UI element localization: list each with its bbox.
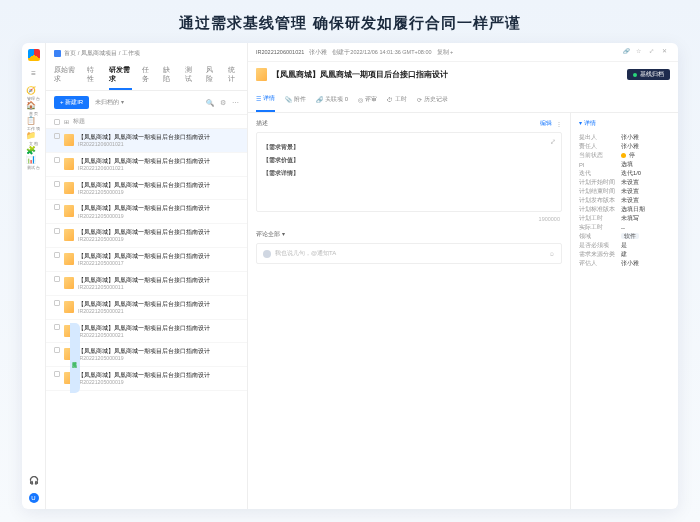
tab-2[interactable]: 研发需求	[109, 62, 132, 90]
list-item[interactable]: 【凤凰商城】凤凰商城一期项目后台接口指南设计IR20221206001021	[46, 153, 247, 177]
app-window: ≡ 🧭管理台🏠首页📋工作项📁文档🧩📊测试台 🎧 U 意见反馈可点击 首页 / 凤…	[22, 43, 678, 509]
field-row[interactable]: 领域软件	[579, 232, 670, 241]
row-checkbox[interactable]	[54, 324, 60, 330]
detail-tab-2[interactable]: 🔗 关联项 0	[316, 87, 348, 112]
emoji-icon[interactable]: ☺	[549, 251, 555, 257]
field-value: --	[621, 225, 625, 231]
field-row[interactable]: 提出人张小雅	[579, 133, 670, 142]
doc-icon	[64, 301, 74, 313]
row-id: IR20221206001021	[78, 141, 239, 148]
tab-0[interactable]: 原始需求	[54, 62, 77, 90]
outline-line: 【需求背景】	[263, 143, 555, 152]
rail-item-icon[interactable]: 📊	[26, 155, 35, 164]
field-row[interactable]: 当前状态停	[579, 151, 670, 160]
field-value: 未设置	[621, 178, 639, 187]
field-row[interactable]: 计划工时未填写	[579, 214, 670, 223]
detail-tab-1[interactable]: 📎 附件	[285, 87, 306, 112]
desc-body[interactable]: ⤢ 【需求背景】【需求价值】【需求详情】	[256, 132, 562, 212]
tab-6[interactable]: 风险	[206, 62, 218, 90]
expand-icon[interactable]: ⤢	[649, 48, 657, 56]
tab-4[interactable]: 缺陷	[163, 62, 175, 90]
feedback-pill[interactable]: 意见反馈可点击	[70, 323, 80, 393]
headset-icon[interactable]: 🎧	[29, 476, 38, 485]
comment-input[interactable]: 我也说几句，@通知TA ☺	[256, 243, 562, 264]
new-ir-button[interactable]: + 新建IR	[54, 96, 89, 109]
more-desc-icon[interactable]: ⋮	[556, 120, 562, 127]
menu-icon[interactable]: ≡	[29, 69, 38, 78]
tab-1[interactable]: 特性	[87, 62, 99, 90]
field-value: 张小雅	[621, 142, 639, 151]
field-row[interactable]: 计划开始时间未设置	[579, 178, 670, 187]
more-icon[interactable]: ⋯	[232, 99, 239, 107]
list-item[interactable]: 【凤凰商城】凤凰商城一期项目后台接口指南设计IR20221205000019	[46, 224, 247, 248]
detail-panel: IR20221206001021 张小雅 创建于2022/12/06 14:01…	[248, 43, 678, 509]
field-value: 停	[621, 151, 635, 160]
col-title: 标题	[73, 118, 85, 125]
list-item[interactable]: 【凤凰商城】凤凰商城一期项目后台接口指南设计IR20221205000021	[46, 296, 247, 320]
list-item[interactable]: 【凤凰商城】凤凰商城一期项目后台接口指南设计IR20221205000017	[46, 248, 247, 272]
doc-icon	[64, 134, 74, 146]
user-avatar[interactable]: U	[29, 493, 39, 503]
tab-5[interactable]: 测试	[185, 62, 197, 90]
field-value: 未设置	[621, 187, 639, 196]
field-row[interactable]: 是否必须项是	[579, 241, 670, 250]
row-checkbox[interactable]	[54, 371, 60, 377]
copy-button[interactable]: 复制 +	[437, 49, 454, 56]
side-toggle[interactable]: ▾ 详情	[579, 119, 621, 128]
item-list: ⊞ 标题 【凤凰商城】凤凰商城一期项目后台接口指南设计IR20221206001…	[46, 115, 247, 509]
filter-dropdown[interactable]: 未归档的 ▾	[95, 98, 124, 107]
detail-tab-3[interactable]: ◎ 评审	[358, 87, 377, 112]
field-row[interactable]: 实际工时--	[579, 223, 670, 232]
settings-icon[interactable]: ⚙	[220, 99, 226, 107]
edit-link[interactable]: 编辑	[540, 119, 552, 128]
field-row[interactable]: 计划发布版本未设置	[579, 196, 670, 205]
list-item[interactable]: 【凤凰商城】凤凰商城一期项目后台接口指南设计IR20221205000019	[46, 177, 247, 201]
row-checkbox[interactable]	[54, 252, 60, 258]
row-checkbox[interactable]	[54, 181, 60, 187]
doc-icon	[64, 253, 74, 265]
list-item[interactable]: 【凤凰商城】凤凰商城一期项目后台接口指南设计IR20221206001021	[46, 129, 247, 153]
star-icon[interactable]: ☆	[636, 48, 644, 56]
rail-item-icon[interactable]: 📋	[26, 116, 35, 125]
row-title: 【凤凰商城】凤凰商城一期项目后台接口指南设计	[78, 157, 239, 165]
field-row[interactable]: 计划标准版本选填日期	[579, 205, 670, 214]
detail-tab-5[interactable]: ⟳ 历史记录	[417, 87, 448, 112]
field-row[interactable]: PI选填	[579, 160, 670, 169]
list-item[interactable]: 【凤凰商城】凤凰商城一期项目后台接口指南设计IR20221205000019	[46, 200, 247, 224]
field-key: 提出人	[579, 133, 621, 142]
field-row[interactable]: 责任人张小雅	[579, 142, 670, 151]
detail-created: 创建于2022/12/06 14:01:36 GMT+08:00	[332, 49, 431, 56]
link-icon[interactable]: 🔗	[623, 48, 631, 56]
rail-item-icon[interactable]: 🧭	[26, 86, 35, 95]
field-row[interactable]: 计划结束时间未设置	[579, 187, 670, 196]
search-icon[interactable]: 🔍	[206, 99, 214, 107]
row-checkbox[interactable]	[54, 204, 60, 210]
field-row[interactable]: 迭代迭代1/0	[579, 169, 670, 178]
field-value: 建	[621, 250, 627, 259]
detail-tab-4[interactable]: ⏱ 工时	[387, 87, 407, 112]
row-checkbox[interactable]	[54, 133, 60, 139]
field-key: 当前状态	[579, 151, 621, 160]
rail-item-icon[interactable]: 🏠	[26, 101, 35, 110]
comment-sort[interactable]: 全部 ▾	[268, 230, 285, 239]
select-all-checkbox[interactable]	[54, 119, 60, 125]
detail-tab-0[interactable]: ☰ 详情	[256, 87, 275, 112]
tab-7[interactable]: 统计	[228, 62, 240, 90]
fullscreen-icon[interactable]: ⤢	[550, 138, 556, 146]
row-checkbox[interactable]	[54, 347, 60, 353]
field-row[interactable]: 需求来源分类建	[579, 250, 670, 259]
baseline-badge[interactable]: 基线归档	[627, 69, 670, 80]
rail-item-icon[interactable]: 📁	[26, 131, 35, 140]
breadcrumb-text[interactable]: 首页 / 凤凰商城项目 / 工作项	[64, 49, 140, 58]
brand-logo[interactable]	[28, 49, 40, 61]
row-checkbox[interactable]	[54, 300, 60, 306]
row-checkbox[interactable]	[54, 276, 60, 282]
field-row[interactable]: 评估人张小雅	[579, 259, 670, 268]
rail-item-icon[interactable]: 🧩	[26, 146, 35, 155]
close-icon[interactable]: ✕	[662, 48, 670, 56]
row-checkbox[interactable]	[54, 157, 60, 163]
tab-3[interactable]: 任务	[142, 62, 154, 90]
list-item[interactable]: 【凤凰商城】凤凰商城一期项目后台接口指南设计IR20221205000011	[46, 272, 247, 296]
home-icon[interactable]	[54, 50, 61, 57]
row-checkbox[interactable]	[54, 228, 60, 234]
